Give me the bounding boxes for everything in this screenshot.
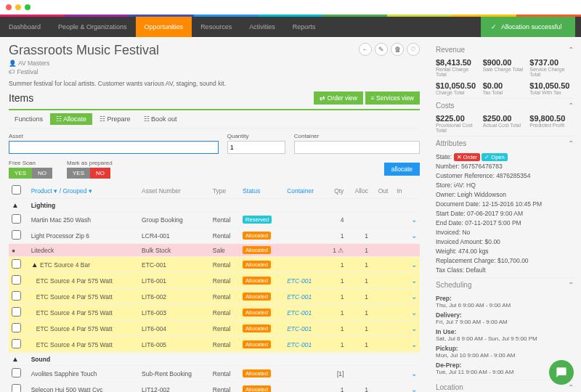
row-select[interactable] [9,382,28,393]
row-menu-icon[interactable]: ⌄ [405,366,420,382]
container-input[interactable] [294,141,420,154]
nav-dashboard[interactable]: Dashboard [0,17,49,37]
free-scan-toggle[interactable]: YESNO [9,168,52,179]
type: Rental [210,382,240,393]
row-checkbox[interactable] [12,384,21,392]
row-checkbox[interactable] [12,307,21,317]
row-select[interactable] [9,257,28,273]
col-header: Out [371,183,391,199]
group-row[interactable]: ▲Lighting [9,199,420,212]
row-menu-icon[interactable]: ⌄ [405,289,420,305]
chat-button[interactable] [549,360,574,385]
services-view-button[interactable]: ≡ Services view [365,91,420,105]
container-link[interactable]: ETC-001 [284,289,325,305]
container-link[interactable]: ETC-001 [284,273,325,289]
toolbar-allocate[interactable]: ☷ Allocate [50,113,92,125]
min-dot[interactable] [15,4,21,10]
nav-opportunities[interactable]: Opportunities [136,17,192,37]
row-select[interactable] [9,366,28,382]
row-select[interactable] [9,289,28,305]
toolbar-prepare[interactable]: ☷ Prepare [94,113,137,125]
chevron-up-icon[interactable]: ⌃ [568,383,574,391]
qty-input[interactable] [227,141,285,154]
back-icon[interactable]: ← [359,43,372,56]
in [391,273,405,289]
alloc: 1 [346,273,371,289]
asset-input[interactable] [9,141,219,154]
row-checkbox[interactable] [12,230,21,240]
allocate-button[interactable]: allocate [384,163,420,176]
costs-heading: Costs [436,102,455,110]
table-row[interactable]: ▲ ETC Source 4 BarETC-001RentalAllocated… [9,257,420,273]
heart-icon[interactable]: ♡ [407,43,420,56]
row-select[interactable] [9,321,28,337]
container-link[interactable]: ETC-001 [284,337,325,353]
expand-icon[interactable]: ▲ [9,353,28,366]
chevron-up-icon[interactable]: ⌃ [568,281,574,289]
trash-icon[interactable]: 🗑 [391,43,404,56]
col-header[interactable]: Container [284,183,325,199]
expand-icon[interactable]: ▲ [9,199,28,212]
col-header [9,183,28,199]
table-row[interactable]: ETC Source 4 Par 575 WattLIT6-001RentalA… [9,273,420,289]
alloc: 1 [346,321,371,337]
nav-activities[interactable]: Activities [240,17,284,37]
container-link[interactable]: ETC-001 [284,321,325,337]
chevron-up-icon[interactable]: ⌃ [568,46,574,54]
product-name: Martin Mac 250 Wash [28,212,139,228]
type: Rental [210,305,240,321]
row-menu-icon[interactable]: ⌄ [405,382,420,393]
close-dot[interactable] [6,4,12,10]
out [371,289,391,305]
col-header[interactable]: Status [240,183,284,199]
table-row[interactable]: ETC Source 4 Par 575 WattLIT6-002RentalA… [9,289,420,305]
row-menu-icon[interactable]: ⌄ [405,273,420,289]
row-menu-icon[interactable]: ⌄ [405,337,420,353]
alloc: 1 [346,382,371,393]
table-row[interactable]: Selecon Hui 500 Watt CycLIT12-002RentalA… [9,382,420,393]
row-menu-icon[interactable]: ⌄ [405,212,420,228]
col-header[interactable]: Product ▾ / Grouped ▾ [28,183,139,199]
nav-resources[interactable]: Resources [192,17,240,37]
row-menu-icon[interactable]: ⌄ [405,257,420,273]
table-row[interactable]: ETC Source 4 Par 575 WattLIT6-004RentalA… [9,321,420,337]
row-select[interactable] [9,228,28,244]
row-select[interactable] [9,273,28,289]
mark-prepared-toggle[interactable]: YESNO [67,168,113,179]
row-menu-icon[interactable]: ⌄ [405,305,420,321]
row-menu-icon [405,244,420,257]
row-select[interactable] [9,212,28,228]
row-checkbox[interactable] [12,323,21,332]
row-menu-icon[interactable]: ⌄ [405,321,420,337]
table-row[interactable]: Avolites Sapphire TouchSub-Rent BookingR… [9,366,420,382]
col-header: Alloc [346,183,371,199]
max-dot[interactable] [25,4,31,10]
row-menu-icon[interactable]: ⌄ [405,228,420,244]
row-checkbox[interactable] [12,291,21,301]
table-row[interactable]: Martin Mac 250 WashGroup BookingRentalRe… [9,212,420,228]
row-checkbox[interactable] [12,275,21,285]
toolbar-functions[interactable]: Functions [9,113,49,125]
row-select[interactable] [9,305,28,321]
table-row[interactable]: ETC Source 4 Par 575 WattLIT6-003RentalA… [9,305,420,321]
group-row[interactable]: ▲Sound [9,353,420,366]
table-row[interactable]: Light Processor Zip 6LCR4-001RentalAlloc… [9,228,420,244]
table-row[interactable]: ETC Source 4 Par 575 WattLIT6-005RentalA… [9,337,420,353]
edit-icon[interactable]: ✎ [375,43,388,56]
toolbar-book-out[interactable]: ☷ Book out [138,113,183,125]
row-checkbox[interactable] [12,214,21,224]
row-checkbox[interactable] [12,339,21,348]
order-view-button[interactable]: ⇄ Order view [314,91,362,105]
chevron-up-icon[interactable]: ⌃ [568,139,574,147]
row-checkbox[interactable] [12,368,21,377]
select-all-checkbox[interactable] [12,185,21,195]
row-checkbox[interactable] [12,259,21,269]
table-row[interactable]: ●LitedeckBulk StockSaleAllocated1 ⚠1 [9,244,420,257]
container-link[interactable]: ETC-001 [284,305,325,321]
chevron-up-icon[interactable]: ⌃ [568,102,574,110]
nav-reports[interactable]: Reports [284,17,325,37]
row-select[interactable] [9,337,28,353]
in [391,337,405,353]
product-name: ETC Source 4 Par 575 Watt [28,273,139,289]
nav-people-organizations[interactable]: People & Organizations [49,17,136,37]
